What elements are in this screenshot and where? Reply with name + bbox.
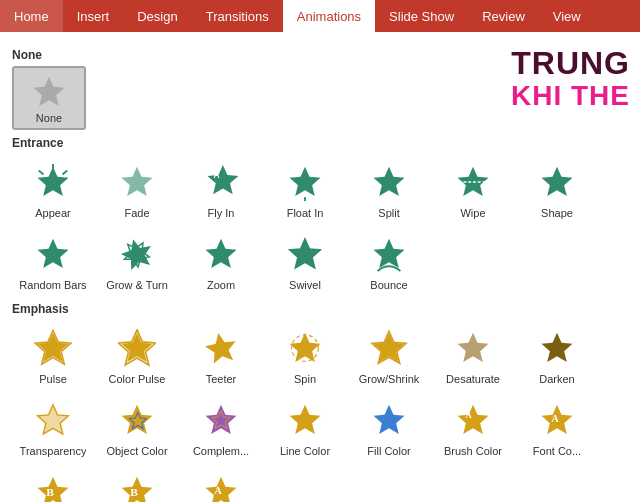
emphasis-teeter[interactable]: Teeter <box>180 320 262 390</box>
entrance-randombars[interactable]: Random Bars <box>12 226 94 296</box>
anim-label-linecolor: Line Color <box>280 445 330 457</box>
entrance-zoom[interactable]: Zoom <box>180 226 262 296</box>
svg-marker-27 <box>203 330 239 364</box>
menu-transitions[interactable]: Transitions <box>192 0 283 32</box>
bounce-icon <box>366 231 412 277</box>
anim-label-colorpulse: Color Pulse <box>109 373 166 385</box>
entrance-split[interactable]: Split <box>348 154 430 224</box>
svg-marker-14 <box>38 239 69 268</box>
anim-label-growturn: Grow & Turn <box>106 279 168 291</box>
svg-marker-1 <box>38 167 69 196</box>
svg-marker-32 <box>458 333 489 362</box>
appear-icon <box>30 159 76 205</box>
emphasis-growshrink[interactable]: Grow/Shrink <box>348 320 430 390</box>
svg-marker-41 <box>374 405 405 434</box>
svg-marker-5 <box>122 167 153 196</box>
anim-label-shape: Shape <box>541 207 573 219</box>
spin-icon <box>282 325 328 371</box>
section-emphasis: Emphasis <box>12 302 628 316</box>
animation-none[interactable]: None <box>12 66 86 130</box>
svg-text:A: A <box>213 170 219 180</box>
menu-animations[interactable]: Animations <box>283 0 375 32</box>
svg-marker-8 <box>290 167 321 196</box>
emphasis-wave[interactable]: A Wave <box>180 464 262 502</box>
complem-icon <box>198 397 244 443</box>
emphasis-fontcolor[interactable]: A Font Co... <box>516 392 598 462</box>
emphasis-transparency[interactable]: Transparency <box>12 392 94 462</box>
randombars-icon <box>30 231 76 277</box>
floatin-icon <box>282 159 328 205</box>
entrance-floatin[interactable]: Float In <box>264 154 346 224</box>
emphasis-colorpulse[interactable]: Color Pulse <box>96 320 178 390</box>
svg-marker-6 <box>207 165 238 194</box>
svg-marker-36 <box>122 405 153 434</box>
fillcolor-icon <box>366 397 412 443</box>
colorpulse-icon <box>114 325 160 371</box>
split-icon <box>366 159 412 205</box>
emphasis-boldflash[interactable]: B Bold Flash <box>12 464 94 502</box>
svg-line-4 <box>39 171 44 175</box>
emphasis-spin[interactable]: Spin <box>264 320 346 390</box>
svg-marker-21 <box>374 239 405 268</box>
anim-label-growshrink: Grow/Shrink <box>359 373 420 385</box>
emphasis-objectcolor[interactable]: Object Color <box>96 392 178 462</box>
svg-marker-33 <box>542 333 573 362</box>
zoom-icon <box>198 231 244 277</box>
menu-design[interactable]: Design <box>123 0 191 32</box>
emphasis-desaturate[interactable]: Desaturate <box>432 320 514 390</box>
menu-review[interactable]: Review <box>468 0 539 32</box>
menu-home[interactable]: Home <box>0 0 63 32</box>
entrance-growturn[interactable]: Grow & Turn <box>96 226 178 296</box>
anim-label-appear: Appear <box>35 207 70 219</box>
anim-label-transparency: Transparency <box>20 445 87 457</box>
entrance-shape[interactable]: Shape <box>516 154 598 224</box>
entrance-bounce[interactable]: Bounce <box>348 226 430 296</box>
none-icon <box>26 72 72 112</box>
entrance-wipe[interactable]: Wipe <box>432 154 514 224</box>
menu-view[interactable]: View <box>539 0 595 32</box>
svg-text:A: A <box>214 485 222 496</box>
svg-marker-40 <box>290 405 321 434</box>
anim-label-spin: Spin <box>294 373 316 385</box>
anim-label-darken: Darken <box>539 373 574 385</box>
growshrink-icon <box>366 325 412 371</box>
anim-label-flyin: Fly In <box>208 207 235 219</box>
fade-icon <box>114 159 160 205</box>
emphasis-grid: Pulse Color Pulse Teeter Spin Grow/Shrin… <box>12 320 628 502</box>
swivel-icon <box>282 231 328 277</box>
emphasis-boldreveal[interactable]: B Bold Reveal <box>96 464 178 502</box>
emphasis-fillcolor[interactable]: Fill Color <box>348 392 430 462</box>
svg-text:B: B <box>46 486 54 498</box>
anim-label-zoom: Zoom <box>207 279 235 291</box>
entrance-appear[interactable]: Appear <box>12 154 94 224</box>
boldflash-icon: B <box>30 469 76 502</box>
anim-label-wipe: Wipe <box>460 207 485 219</box>
entrance-swivel[interactable]: Swivel <box>264 226 346 296</box>
anim-label-complem: Complem... <box>193 445 249 457</box>
emphasis-complem[interactable]: Complem... <box>180 392 262 462</box>
svg-marker-43 <box>458 405 489 434</box>
menu-slideshow[interactable]: Slide Show <box>375 0 468 32</box>
anim-label-desaturate: Desaturate <box>446 373 500 385</box>
anim-label-pulse: Pulse <box>39 373 67 385</box>
entrance-fade[interactable]: Fade <box>96 154 178 224</box>
svg-text:B: B <box>130 486 138 498</box>
anim-label-bounce: Bounce <box>370 279 407 291</box>
growturn-icon <box>114 231 160 277</box>
svg-marker-13 <box>542 167 573 196</box>
none-label: None <box>36 112 62 124</box>
entrance-flyin[interactable]: A Fly In <box>180 154 262 224</box>
svg-marker-0 <box>34 77 65 106</box>
anim-label-brushcolor: Brush Color <box>444 445 502 457</box>
wave-icon: A <box>198 469 244 502</box>
transparency-icon <box>30 397 76 443</box>
svg-marker-20 <box>290 239 321 268</box>
svg-marker-28 <box>290 333 321 362</box>
emphasis-darken[interactable]: Darken <box>516 320 598 390</box>
emphasis-brushcolor[interactable]: A Brush Color <box>432 392 514 462</box>
menu-insert[interactable]: Insert <box>63 0 124 32</box>
emphasis-linecolor[interactable]: Line Color <box>264 392 346 462</box>
emphasis-pulse[interactable]: Pulse <box>12 320 94 390</box>
entrance-grid: Appear Fade A Fly In Float In Split Wipe… <box>12 154 628 296</box>
brushcolor-icon: A <box>450 397 496 443</box>
